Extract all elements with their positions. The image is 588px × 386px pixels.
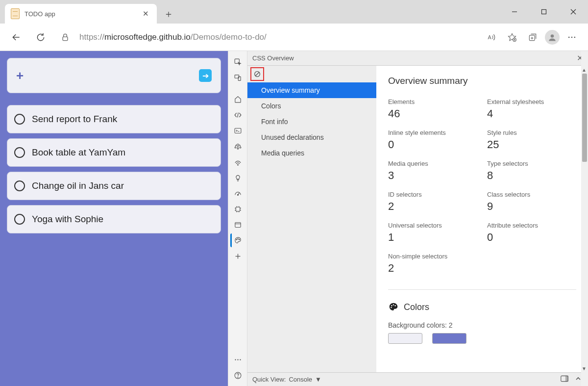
nav-item[interactable]: Media queries — [247, 145, 376, 161]
device-toggle-icon[interactable] — [231, 71, 245, 84]
favorites-icon[interactable] — [504, 29, 520, 46]
quickview-value[interactable]: Console — [289, 376, 312, 383]
more-tools-icon[interactable] — [231, 249, 245, 263]
welcome-icon[interactable] — [231, 92, 245, 106]
performance-icon[interactable] — [231, 186, 245, 200]
svg-point-15 — [568, 36, 570, 38]
svg-line-21 — [237, 112, 238, 117]
svg-line-54 — [255, 72, 259, 76]
stat: Universal selectors1 — [388, 222, 477, 244]
stat-label: Elements — [388, 98, 477, 105]
minimize-button[interactable] — [500, 0, 529, 24]
svg-point-25 — [235, 147, 236, 148]
scroll-up-icon[interactable]: ▲ — [581, 67, 587, 73]
dock-icon[interactable] — [559, 374, 570, 385]
todo-item[interactable]: Change oil in Jans car — [7, 172, 221, 200]
application-icon[interactable] — [231, 218, 245, 232]
url-text: https://microsoftedge.github.io/Demos/de… — [79, 32, 267, 42]
svg-point-43 — [236, 239, 236, 239]
favicon-icon — [11, 8, 20, 19]
elements-icon[interactable] — [231, 108, 245, 122]
svg-point-44 — [237, 238, 238, 239]
stat-value: 4 — [487, 107, 576, 120]
todo-checkbox[interactable] — [14, 180, 25, 191]
svg-rect-20 — [238, 77, 241, 80]
todo-checkbox[interactable] — [14, 214, 25, 225]
close-window-button[interactable] — [559, 0, 588, 24]
todo-text: Change oil in Jans car — [32, 180, 124, 191]
palette-icon — [388, 302, 399, 312]
toolbar: https://microsoftedge.github.io/Demos/de… — [0, 24, 588, 51]
collections-icon[interactable] — [524, 29, 541, 46]
help-icon[interactable] — [231, 368, 245, 382]
new-tab-button[interactable]: ＋ — [160, 5, 177, 23]
panel-header: CSS Overview ✕ — [247, 51, 588, 66]
lightbulb-icon[interactable] — [231, 171, 245, 184]
color-swatch[interactable] — [388, 333, 422, 344]
nav-item[interactable]: Unused declarations — [247, 129, 376, 145]
stat-label: Type selectors — [487, 160, 576, 167]
read-aloud-icon[interactable]: A — [483, 29, 500, 46]
back-button[interactable] — [8, 29, 24, 46]
tab-title: TODO app — [24, 10, 136, 18]
overview-nav: Overview summaryColorsFont infoUnused de… — [247, 66, 376, 372]
browser-tab[interactable]: TODO app ✕ — [5, 4, 157, 24]
svg-point-52 — [237, 377, 238, 377]
memory-icon[interactable] — [231, 202, 245, 216]
svg-point-45 — [239, 239, 239, 239]
plus-icon: + — [16, 68, 24, 83]
stat-value: 2 — [388, 200, 477, 213]
colors-section: Colors Background colors: 2 — [388, 289, 576, 344]
settings-more-icon[interactable] — [231, 353, 245, 366]
svg-point-17 — [574, 36, 576, 38]
overview-heading: Overview summary — [388, 76, 576, 86]
menu-button[interactable] — [564, 29, 580, 46]
nav-item[interactable]: Overview summary — [247, 82, 376, 98]
stat-value: 25 — [487, 138, 576, 151]
clear-overview-button[interactable] — [250, 67, 264, 81]
stat: External stylesheets4 — [487, 98, 576, 120]
sources-icon[interactable] — [231, 139, 245, 153]
stat: Non-simple selectors2 — [388, 253, 477, 275]
devtools-activity-bar — [228, 51, 247, 386]
submit-arrow-button[interactable]: ➔ — [199, 69, 212, 82]
dropdown-icon[interactable]: ▼ — [315, 376, 321, 383]
nav-item[interactable]: Colors — [247, 98, 376, 114]
todo-checkbox[interactable] — [14, 147, 25, 158]
stat: Class selectors9 — [487, 191, 576, 213]
stat-value: 2 — [388, 262, 477, 275]
svg-point-55 — [391, 305, 392, 306]
stat-value: 1 — [388, 231, 477, 244]
profile-button[interactable] — [545, 30, 560, 45]
new-todo-input[interactable]: + ➔ — [7, 58, 221, 93]
stat: Inline style elements0 — [388, 129, 477, 151]
todo-app: + ➔ Send report to FrankBook table at Ya… — [0, 51, 228, 386]
nav-item[interactable]: Font info — [247, 114, 376, 129]
svg-point-31 — [237, 194, 238, 195]
todo-text: Book table at YamYam — [32, 147, 125, 158]
refresh-button[interactable] — [32, 29, 49, 46]
console-icon[interactable] — [231, 124, 245, 137]
scroll-down-icon[interactable]: ▼ — [581, 365, 587, 371]
scroll-thumb[interactable] — [582, 74, 587, 162]
lock-icon[interactable] — [57, 29, 74, 46]
todo-item[interactable]: Send report to Frank — [7, 105, 221, 133]
scrollbar[interactable]: ▲ ▼ — [581, 51, 588, 386]
inspect-icon[interactable] — [231, 55, 245, 69]
css-overview-icon[interactable] — [230, 233, 244, 247]
todo-item[interactable]: Book table at YamYam — [7, 138, 221, 167]
bg-colors-label: Background colors: 2 — [388, 321, 576, 329]
stat-label: Inline style elements — [388, 129, 477, 136]
stat-label: External stylesheets — [487, 98, 576, 105]
svg-point-16 — [571, 36, 573, 38]
todo-item[interactable]: Yoga with Sophie — [7, 205, 221, 233]
color-swatch[interactable] — [432, 333, 466, 344]
svg-point-24 — [237, 144, 239, 146]
close-tab-icon[interactable]: ✕ — [141, 7, 151, 20]
address-bar[interactable]: https://microsoftedge.github.io/Demos/de… — [57, 29, 475, 46]
svg-rect-41 — [235, 222, 240, 227]
todo-checkbox[interactable] — [14, 114, 25, 125]
network-icon[interactable] — [231, 155, 245, 169]
maximize-button[interactable] — [529, 0, 559, 24]
todo-text: Yoga with Sophie — [32, 214, 103, 225]
